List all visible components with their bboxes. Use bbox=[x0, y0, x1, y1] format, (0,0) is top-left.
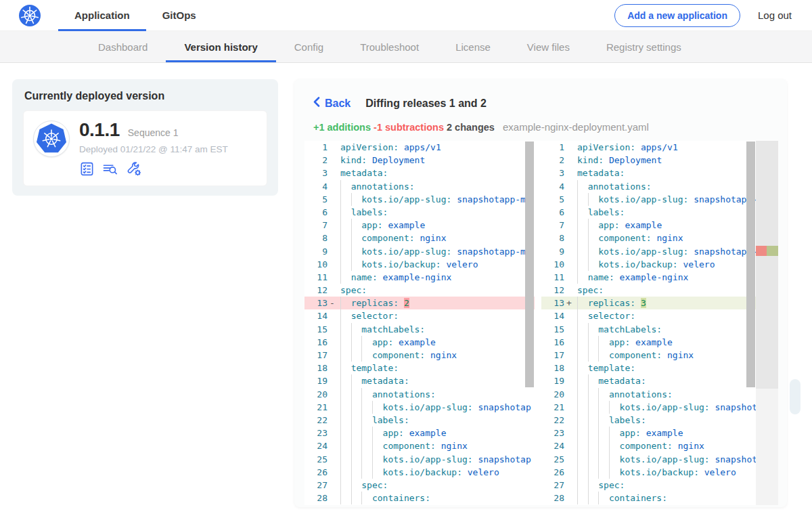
diff-line-9: 9kots.io/app-slug: snapshotapp-mu bbox=[541, 245, 756, 258]
code-text: template: bbox=[337, 362, 535, 374]
code-text: matchLabels: bbox=[337, 323, 535, 336]
line-number: 6 bbox=[541, 206, 564, 219]
diff-line-16: 16app: example bbox=[541, 336, 756, 349]
line-number: 17 bbox=[541, 349, 564, 362]
diff-line-15: 15matchLabels: bbox=[304, 323, 535, 336]
diff-line-7: 7app: example bbox=[541, 219, 756, 232]
diff-sign bbox=[328, 167, 337, 179]
diff-sign bbox=[328, 414, 337, 427]
code-text: kots.io/backup: velero bbox=[337, 466, 535, 479]
code-text: app: example bbox=[337, 336, 535, 349]
code-text: containers: bbox=[337, 492, 535, 504]
line-number: 14 bbox=[541, 309, 564, 322]
diff-overview-ruler[interactable] bbox=[756, 141, 778, 505]
line-number: 25 bbox=[541, 453, 564, 466]
line-number: 23 bbox=[304, 427, 328, 439]
subnav-item-view-files[interactable]: View files bbox=[509, 31, 588, 62]
diff-line-13-added: 13+replicas: 3 bbox=[541, 297, 756, 309]
code-text: metadata: bbox=[574, 374, 756, 387]
code-text: name: example-nginx bbox=[574, 271, 756, 284]
code-text: apiVersion: apps/v1 bbox=[574, 141, 756, 154]
code-text: app: example bbox=[574, 336, 756, 349]
code-text: apiVersion: apps/v1 bbox=[337, 141, 535, 154]
logout-link[interactable]: Log out bbox=[758, 9, 792, 21]
diff-sign bbox=[328, 309, 337, 322]
diff-sign bbox=[328, 154, 337, 167]
line-number: 3 bbox=[304, 167, 328, 179]
diff-sign bbox=[328, 479, 337, 492]
diff-line-2: 2kind: Deployment bbox=[304, 154, 535, 167]
line-number: 5 bbox=[304, 193, 328, 206]
diff-line-21: 21kots.io/app-slug: snapshotap bbox=[304, 401, 535, 414]
line-number: 18 bbox=[304, 362, 328, 374]
diff-line-22: 22labels: bbox=[304, 414, 535, 427]
subnav-item-license[interactable]: License bbox=[437, 31, 509, 62]
right-pane-scrollbar[interactable] bbox=[746, 142, 755, 387]
diff-sign bbox=[564, 219, 574, 232]
diff-sign bbox=[564, 362, 574, 374]
line-number: 15 bbox=[304, 323, 328, 336]
code-text: name: example-nginx bbox=[337, 271, 535, 284]
diff-sign bbox=[328, 439, 337, 452]
diff-pane-right[interactable]: 1apiVersion: apps/v12kind: Deployment3me… bbox=[541, 141, 756, 505]
diff-line-17: 17component: nginx bbox=[541, 349, 756, 362]
subnav-item-registry-settings[interactable]: Registry settings bbox=[588, 31, 700, 62]
app-kubernetes-icon bbox=[33, 121, 70, 157]
line-number: 7 bbox=[304, 219, 328, 232]
diff-sign bbox=[564, 258, 574, 271]
code-text: matchLabels: bbox=[574, 323, 756, 336]
code-text: replicas: 2 bbox=[337, 297, 535, 309]
diff-line-24: 24component: nginx bbox=[541, 439, 756, 452]
line-number: 20 bbox=[304, 388, 328, 401]
chevron-left-icon bbox=[313, 97, 320, 110]
back-link[interactable]: Back bbox=[313, 97, 351, 110]
diff-line-6: 6labels: bbox=[304, 206, 535, 219]
code-text: kind: Deployment bbox=[337, 154, 535, 167]
code-text: kots.io/app-slug: snapshotap bbox=[574, 453, 756, 466]
line-number: 23 bbox=[541, 427, 564, 439]
diff-line-11: 11name: example-nginx bbox=[541, 271, 756, 284]
diff-sign bbox=[564, 141, 574, 154]
diff-sign bbox=[328, 466, 337, 479]
preflight-checklist-icon[interactable] bbox=[79, 161, 95, 179]
edit-config-icon[interactable] bbox=[126, 160, 142, 179]
view-deploy-logs-icon[interactable] bbox=[102, 161, 119, 179]
line-number: 4 bbox=[541, 180, 564, 193]
diff-sign bbox=[328, 453, 337, 466]
code-text: containers: bbox=[574, 492, 756, 504]
subnav-item-config[interactable]: Config bbox=[276, 31, 342, 62]
code-text: kots.io/app-slug: snapshotapp-mu bbox=[337, 193, 535, 206]
diff-line-8: 8component: nginx bbox=[304, 232, 535, 244]
line-number: 9 bbox=[304, 245, 328, 258]
line-number: 27 bbox=[541, 479, 564, 492]
code-text: component: nginx bbox=[337, 349, 535, 362]
diff-line-25: 25kots.io/app-slug: snapshotap bbox=[304, 453, 535, 466]
line-number: 12 bbox=[541, 284, 564, 297]
line-number: 19 bbox=[304, 374, 328, 387]
subnav-item-dashboard[interactable]: Dashboard bbox=[80, 31, 166, 62]
page-scrollbar-thumb[interactable] bbox=[790, 379, 800, 414]
diff-sign bbox=[564, 414, 574, 427]
tab-application[interactable]: Application bbox=[58, 0, 146, 31]
line-number: 15 bbox=[541, 323, 564, 336]
left-pane-scrollbar[interactable] bbox=[525, 142, 534, 387]
subnav-item-version-history[interactable]: Version history bbox=[166, 31, 275, 62]
subnav-item-troubleshoot[interactable]: Troubleshoot bbox=[342, 31, 437, 62]
code-text: app: example bbox=[337, 427, 535, 439]
diff-sign bbox=[328, 232, 337, 244]
tab-gitops[interactable]: GitOps bbox=[146, 0, 212, 31]
line-number: 16 bbox=[541, 336, 564, 349]
diff-line-28: 28containers: bbox=[541, 492, 756, 504]
diff-line-11: 11name: example-nginx bbox=[304, 271, 535, 284]
line-number: 10 bbox=[541, 258, 564, 271]
line-number: 16 bbox=[304, 336, 328, 349]
diff-line-3: 3metadata: bbox=[541, 167, 756, 179]
line-number: 28 bbox=[304, 492, 328, 504]
add-application-button[interactable]: Add a new application bbox=[614, 4, 740, 27]
back-label: Back bbox=[325, 98, 351, 110]
diff-line-12: 12spec: bbox=[304, 284, 535, 297]
diff-pane-left[interactable]: 1apiVersion: apps/v12kind: Deployment3me… bbox=[304, 141, 535, 505]
code-text: selector: bbox=[574, 309, 756, 322]
diff-line-1: 1apiVersion: apps/v1 bbox=[304, 141, 535, 154]
diff-line-6: 6labels: bbox=[541, 206, 756, 219]
